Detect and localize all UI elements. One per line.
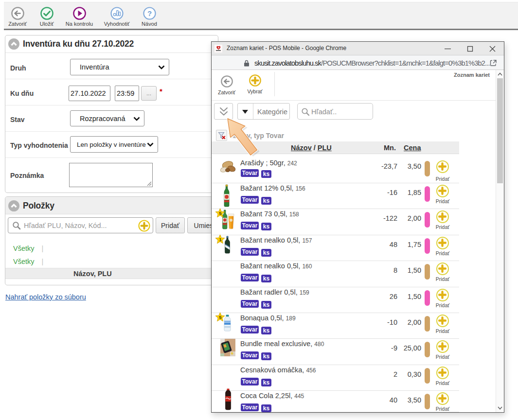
svg-text:5: 5 xyxy=(219,210,222,216)
svg-text:?: ? xyxy=(147,9,151,18)
svg-text:5: 5 xyxy=(219,315,222,320)
svg-text:1: 1 xyxy=(219,237,222,242)
